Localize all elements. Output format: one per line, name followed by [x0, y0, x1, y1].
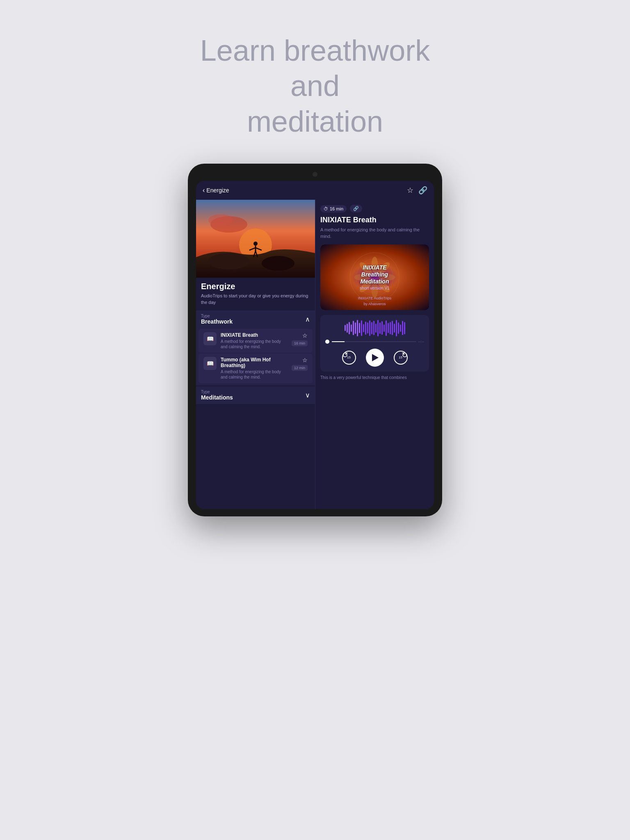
type-breathwork-label: Type [201, 314, 233, 318]
svg-point-6 [253, 242, 258, 246]
type-meditations-header[interactable]: Type Meditations ∨ [196, 386, 315, 404]
waveform [325, 320, 424, 336]
card-author: by Ahasveros [320, 302, 429, 306]
session-desc-1: A method for energizing the body and cal… [221, 339, 288, 349]
card-label: INIXIATE AudioTrips [320, 296, 429, 300]
session-star-1[interactable]: ☆ [302, 332, 308, 339]
session-name-1: INIXIATE Breath [221, 332, 288, 338]
hero-title: Energize [196, 278, 315, 293]
waveform-bar [357, 320, 358, 336]
play-icon [372, 354, 379, 361]
waveform-bar [367, 322, 368, 333]
breathwork-collapse-icon: ∧ [305, 315, 310, 323]
svg-point-5 [262, 256, 294, 271]
rewind-button[interactable]: 15 ↺ [342, 351, 356, 365]
session-desc-2: A method for energizing the body and cal… [221, 369, 288, 380]
waveform-bar [398, 322, 399, 334]
tablet-screen: ‹ Energize ☆ 🔗 [196, 181, 434, 509]
session-meta-1: ☆ 16 min [292, 332, 308, 346]
rewind-icon: ↺ [342, 351, 348, 360]
progress-dot [325, 340, 329, 344]
left-panel: Energize AudioTrips to start your day or… [196, 200, 315, 509]
session-info-1: INIXIATE Breath A method for energizing … [221, 332, 288, 349]
time-badge: ⏱ 16 min [320, 205, 347, 212]
type-meditations-section: Type Meditations ∨ [196, 386, 315, 404]
waveform-bar [402, 321, 403, 335]
tablet-camera [313, 172, 317, 177]
player-controls: 15 ↺ 15 ↻ [325, 349, 424, 367]
type-meditations-label: Type [201, 390, 233, 394]
waveform-bar [390, 322, 391, 334]
card-title: INIXIATEBreathingMeditation [360, 264, 389, 285]
session-detail-title: INIXIATE Breath [320, 216, 429, 224]
waveform-bar [396, 320, 397, 336]
session-time-2: 12 min [292, 365, 308, 371]
session-icon-1: 📖 [203, 332, 217, 345]
type-meditations-name: Meditations [201, 394, 233, 401]
waveform-bar [353, 321, 354, 335]
card-subtitle: short version V1 [360, 286, 389, 290]
screen-header: ‹ Energize ☆ 🔗 [196, 181, 434, 200]
share-icon[interactable]: 🔗 [418, 186, 427, 195]
clock-icon: ⏱ [324, 206, 328, 211]
waveform-bar [386, 320, 387, 336]
progress-fill [332, 341, 345, 342]
waveform-bar [375, 324, 377, 333]
session-detail-header: ⏱ 16 min 🔗 INIXIATE Breath A method for … [315, 200, 434, 244]
audio-player: --:-- 15 ↺ 15 ↻ [320, 315, 429, 372]
progress-bar[interactable] [332, 341, 416, 342]
waveform-bar [392, 321, 393, 335]
favorite-icon[interactable]: ☆ [407, 186, 413, 195]
duration-text: 16 min [330, 206, 343, 211]
waveform-bar [404, 322, 405, 334]
waveform-bar [345, 325, 346, 331]
waveform-bar [381, 321, 383, 335]
waveform-bar [355, 322, 356, 334]
bottom-description: This is a very powerful technique that c… [315, 372, 434, 384]
waveform-bar [383, 324, 385, 332]
waveform-bar [347, 324, 348, 333]
waveform-bar [349, 322, 350, 334]
waveform-bar [365, 322, 366, 335]
progress-row: --:-- [325, 340, 424, 344]
page-title: Learn breathwork and meditation [171, 33, 459, 139]
session-meta-2: ☆ 12 min [292, 357, 308, 371]
waveform-bar [361, 320, 362, 336]
progress-time: --:-- [418, 340, 425, 344]
session-info-2: Tummo (aka Wim Hof Breathing) A method f… [221, 357, 288, 380]
waveform-bar [363, 324, 364, 332]
waveform-bar [394, 324, 395, 333]
right-panel: ⏱ 16 min 🔗 INIXIATE Breath A method for … [315, 200, 434, 509]
type-breathwork-name: Breathwork [201, 318, 233, 325]
back-arrow-icon: ‹ [203, 187, 205, 194]
waveform-bar [369, 320, 370, 336]
session-name-2: Tummo (aka Wim Hof Breathing) [221, 357, 288, 368]
session-time-1: 16 min [292, 340, 308, 346]
back-navigation[interactable]: ‹ Energize [203, 187, 229, 194]
waveform-bar [351, 324, 352, 332]
meditation-card: INIXIATEBreathingMeditation short versio… [320, 244, 429, 310]
type-breathwork-section: Type Breathwork ∧ 📖 INIXIATE Breath A me… [196, 310, 315, 386]
session-item-tummo[interactable]: 📖 Tummo (aka Wim Hof Breathing) A method… [199, 354, 313, 383]
waveform-bar [388, 323, 389, 333]
session-star-2[interactable]: ☆ [302, 357, 308, 363]
session-meta-row: ⏱ 16 min 🔗 [320, 205, 429, 212]
type-breathwork-header[interactable]: Type Breathwork ∧ [196, 310, 315, 328]
breathwork-items: 📖 INIXIATE Breath A method for energizin… [196, 329, 315, 386]
svg-point-4 [208, 253, 249, 269]
hero-subtitle: AudioTrips to start your day or give you… [196, 293, 315, 310]
waveform-bar [377, 320, 379, 336]
hero-image [196, 200, 315, 278]
link-badge[interactable]: 🔗 [350, 205, 362, 212]
play-button[interactable] [366, 349, 384, 367]
waveform-bar [400, 324, 401, 332]
waveform-bar [373, 321, 374, 335]
session-item-inixiate[interactable]: 📖 INIXIATE Breath A method for energizin… [199, 329, 313, 353]
forward-button[interactable]: 15 ↻ [394, 351, 408, 365]
tablet-device: ‹ Energize ☆ 🔗 [188, 164, 442, 516]
back-label: Energize [206, 187, 229, 194]
waveform-bar [359, 323, 360, 333]
waveform-bar [371, 322, 372, 334]
session-icon-2: 📖 [203, 357, 217, 370]
session-detail-description: A method for energizing the body and cal… [320, 227, 429, 240]
